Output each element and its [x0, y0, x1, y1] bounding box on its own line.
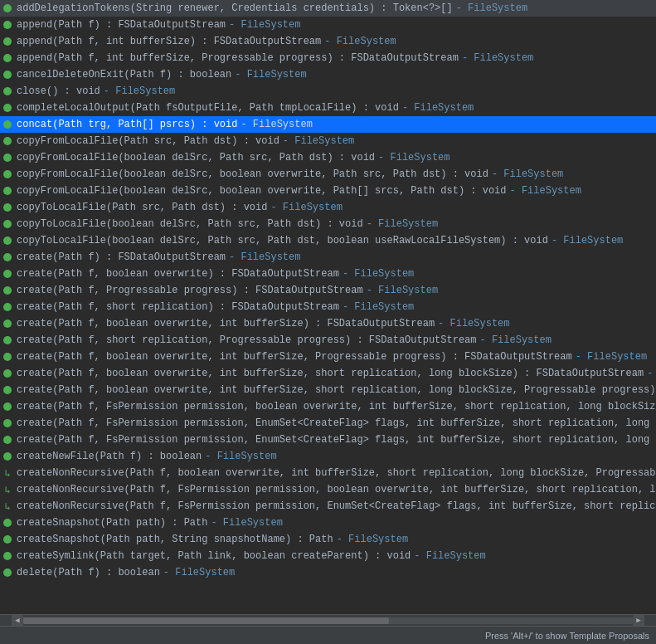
list-item[interactable]: create(Path f, boolean overwrite, int bu… [0, 365, 656, 382]
method-signature: createSnapshot(Path path, String snapsho… [17, 534, 333, 545]
method-signature: create(Path f, boolean overwrite, int bu… [17, 384, 656, 396]
list-item[interactable]: create(Path f, FsPermission permission, … [0, 415, 656, 432]
status-hint: Press 'Alt+/' to show Template Proposals [485, 631, 649, 641]
method-signature: concat(Path trg, Path[] psrcs) : void [17, 119, 237, 130]
method-signature: create(Path f, boolean overwrite, int bu… [17, 318, 435, 329]
method-icon-circle [3, 402, 12, 411]
method-signature: copyFromLocalFile(boolean delSrc, boolea… [17, 168, 488, 180]
method-signature: append(Path f, int bufferSize, Progressa… [17, 52, 459, 64]
method-icon-circle [3, 452, 12, 461]
list-item[interactable]: copyFromLocalFile(boolean delSrc, boolea… [0, 183, 656, 199]
method-source: - FileSystem [462, 52, 533, 64]
list-item[interactable]: ↳createNonRecursive(Path f, FsPermission… [0, 498, 656, 515]
list-item[interactable]: addDelegationTokens(String renewer, Cred… [0, 0, 656, 17]
method-signature: create(Path f, FsPermission permission, … [17, 417, 656, 429]
method-signature: createNonRecursive(Path f, FsPermission … [17, 500, 656, 512]
autocomplete-popup: addDelegationTokens(String renewer, Cred… [0, 0, 656, 644]
method-signature: create(Path f) : FSDataOutputStream [17, 251, 226, 263]
method-source: - FileSystem [480, 334, 552, 346]
list-item[interactable]: cancelDeleteOnExit(Path f) : boolean- Fi… [0, 66, 656, 83]
method-icon-circle [3, 203, 12, 212]
list-item[interactable]: create(Path f, FsPermission permission, … [0, 398, 656, 415]
method-source: - FileSystem [283, 135, 354, 147]
method-icon-arrow: ↳ [3, 485, 12, 494]
method-source: - FileSystem [241, 119, 312, 130]
method-signature: create(Path f, FsPermission permission, … [17, 401, 656, 412]
method-icon-circle [3, 568, 12, 577]
method-signature: createSymlink(Path target, Path link, bo… [17, 550, 411, 562]
scrollbar-h-track[interactable] [23, 617, 633, 624]
method-icon-circle [3, 104, 12, 112]
list-item[interactable]: create(Path f, boolean overwrite, int bu… [0, 315, 656, 332]
method-source: - FileSystem [576, 351, 647, 363]
list-item[interactable]: createSnapshot(Path path) : Path- FileSy… [0, 515, 656, 531]
list-item[interactable]: create(Path f, short replication, Progre… [0, 332, 656, 349]
horizontal-scrollbar[interactable]: ◀ ▶ [0, 614, 656, 626]
method-signature: copyToLocalFile(boolean delSrc, Path src… [17, 235, 548, 246]
method-source: - FileSystem [229, 251, 300, 263]
method-icon-circle [3, 353, 12, 361]
method-signature: createSnapshot(Path path) : Path [17, 517, 207, 529]
list-item[interactable]: createNewFile(Path f) : boolean- FileSys… [0, 448, 656, 465]
method-source: - FileSystem [235, 69, 306, 80]
method-icon-circle [3, 369, 12, 378]
list-content[interactable]: addDelegationTokens(String renewer, Cred… [0, 0, 656, 614]
method-icon-circle [3, 237, 12, 245]
method-source: - FileSystem [510, 185, 581, 197]
method-icon-circle [3, 37, 12, 46]
list-item[interactable]: append(Path f, int bufferSize, Progressa… [0, 50, 656, 66]
method-source: - FileSystem [414, 550, 485, 562]
method-signature: copyToLocalFile(Path src, Path dst) : vo… [17, 202, 267, 213]
method-icon-circle [3, 154, 12, 162]
list-item[interactable]: copyToLocalFile(boolean delSrc, Path src… [0, 216, 656, 232]
method-icon-circle [3, 519, 12, 527]
method-icon-circle [3, 187, 12, 195]
method-source: - FileSystem [367, 218, 438, 230]
list-item[interactable]: copyToLocalFile(boolean delSrc, Path src… [0, 232, 656, 249]
method-icon-circle [3, 120, 12, 129]
method-signature: createNewFile(Path f) : boolean [17, 451, 202, 462]
list-item[interactable]: append(Path f) : FSDataOutputStream- Fil… [0, 17, 656, 33]
method-source: - FileSystem [438, 318, 509, 329]
list-item[interactable]: close() : void- FileSystem [0, 83, 656, 100]
method-signature: cancelDeleteOnExit(Path f) : boolean [17, 69, 231, 80]
list-item[interactable]: ↳createNonRecursive(Path f, FsPermission… [0, 481, 656, 498]
list-item[interactable]: create(Path f, Progressable progress) : … [0, 282, 656, 299]
method-signature: delete(Path f) : boolean [17, 567, 160, 578]
scrollbar-h-thumb[interactable] [23, 617, 389, 624]
method-source: - FileSystem [492, 168, 563, 180]
method-signature: append(Path f) : FSDataOutputStream [17, 19, 226, 31]
method-source: - FileSystem [337, 534, 408, 545]
list-item[interactable]: createSymlink(Path target, Path link, bo… [0, 548, 656, 564]
list-item[interactable]: append(Path f, int bufferSize) : FSDataO… [0, 33, 656, 50]
method-signature: create(Path f, boolean overwrite, int bu… [17, 368, 644, 379]
list-item[interactable]: copyFromLocalFile(Path src, Path dst) : … [0, 133, 656, 149]
method-icon-circle [3, 436, 12, 444]
method-signature: create(Path f, FsPermission permission, … [17, 434, 656, 446]
list-area: addDelegationTokens(String renewer, Cred… [0, 0, 656, 614]
list-item[interactable]: copyFromLocalFile(boolean delSrc, boolea… [0, 166, 656, 183]
list-item[interactable]: delete(Path f) : boolean- FileSystem [0, 564, 656, 581]
method-signature: copyFromLocalFile(boolean delSrc, Path s… [17, 152, 375, 163]
method-icon-arrow: ↳ [3, 469, 12, 477]
method-signature: create(Path f, boolean overwrite, int bu… [17, 351, 572, 363]
method-icon-circle [3, 220, 12, 228]
method-source: - FileSystem [552, 235, 623, 246]
list-item[interactable]: copyToLocalFile(Path src, Path dst) : vo… [0, 199, 656, 216]
list-item[interactable]: concat(Path trg, Path[] psrcs) : void- F… [0, 116, 656, 133]
status-bar: Press 'Alt+/' to show Template Proposals [0, 626, 656, 644]
list-item[interactable]: copyFromLocalFile(boolean delSrc, Path s… [0, 149, 656, 166]
list-item[interactable]: create(Path f) : FSDataOutputStream- Fil… [0, 249, 656, 266]
list-item[interactable]: create(Path f, boolean overwrite) : FSDa… [0, 266, 656, 282]
method-icon-circle [3, 320, 12, 328]
list-item[interactable]: create(Path f, short replication) : FSDa… [0, 299, 656, 315]
method-icon-circle [3, 386, 12, 394]
list-item[interactable]: create(Path f, boolean overwrite, int bu… [0, 349, 656, 365]
list-item[interactable]: create(Path f, boolean overwrite, int bu… [0, 382, 656, 398]
list-item[interactable]: completeLocalOutput(Path fsOutputFile, P… [0, 100, 656, 116]
method-signature: create(Path f, boolean overwrite) : FSDa… [17, 268, 339, 280]
list-item[interactable]: ↳createNonRecursive(Path f, boolean over… [0, 465, 656, 481]
list-item[interactable]: create(Path f, FsPermission permission, … [0, 432, 656, 448]
method-signature: copyFromLocalFile(boolean delSrc, boolea… [17, 185, 507, 197]
list-item[interactable]: createSnapshot(Path path, String snapsho… [0, 531, 656, 548]
